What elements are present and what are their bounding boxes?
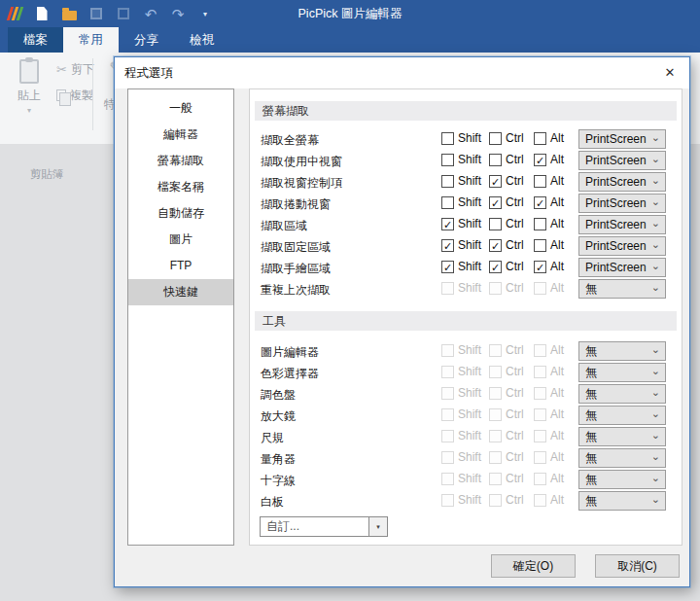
tab-file[interactable]: 檔案 — [8, 27, 63, 53]
shift-checkbox[interactable]: Shift — [441, 195, 481, 209]
hotkey-key-select[interactable]: PrintScreen⌄ — [578, 129, 666, 149]
hotkey-sections: 螢幕擷取擷取全螢幕ShiftCtrlAltPrintScreen⌄擷取使用中視窗… — [250, 101, 682, 512]
checkbox-box-icon[interactable] — [441, 175, 454, 188]
cancel-button[interactable]: 取消(C) — [595, 554, 680, 578]
undo-icon[interactable]: ↶ — [142, 5, 159, 22]
custom-combo-input[interactable]: 自訂... — [260, 516, 369, 537]
checkbox-box-icon[interactable] — [534, 239, 546, 252]
ctrl-checkbox: Ctrl — [489, 493, 524, 507]
ctrl-checkbox[interactable]: Ctrl — [489, 153, 524, 166]
alt-checkbox[interactable]: ✓Alt — [534, 260, 564, 273]
checkbox-box-icon[interactable]: ✓ — [534, 154, 546, 166]
hotkey-label: 擷取視窗控制項 — [261, 175, 342, 192]
hotkey-key-select[interactable]: 無⌄ — [578, 470, 666, 489]
close-icon[interactable]: ✕ — [656, 60, 683, 84]
hotkey-key-select[interactable]: 無⌄ — [578, 406, 666, 425]
shift-checkbox[interactable]: ✓Shift — [441, 238, 481, 252]
sidebar-item-3[interactable]: 螢幕擷取 — [128, 148, 233, 174]
checkbox-box-icon[interactable] — [534, 175, 546, 188]
hotkey-label: 白板 — [261, 494, 284, 511]
ctrl-checkbox[interactable]: Ctrl — [489, 217, 524, 230]
new-document-icon[interactable] — [33, 5, 51, 22]
alt-checkbox[interactable]: Alt — [534, 217, 564, 230]
hotkey-key-select[interactable]: PrintScreen⌄ — [578, 151, 666, 170]
checkbox-box-icon[interactable] — [489, 218, 502, 230]
checkbox-box-icon[interactable]: ✓ — [489, 196, 502, 209]
sidebar-item-8[interactable]: 快速鍵 — [128, 279, 233, 305]
checkbox-box-icon — [441, 430, 454, 442]
sidebar-item-4[interactable]: 檔案名稱 — [128, 174, 233, 200]
hotkey-key-select[interactable]: 無⌄ — [578, 427, 666, 446]
hotkey-key-select[interactable]: PrintScreen⌄ — [578, 194, 666, 213]
shift-checkbox-label: Shift — [458, 450, 481, 464]
open-folder-icon[interactable] — [60, 5, 78, 22]
sidebar-item-7[interactable]: FTP — [128, 253, 233, 279]
checkbox-box-icon[interactable]: ✓ — [441, 218, 454, 230]
checkbox-box-icon[interactable] — [489, 132, 502, 145]
section-header: 工具 — [255, 311, 677, 331]
sidebar-item-1[interactable]: 一般 — [128, 95, 233, 122]
alt-checkbox-label: Alt — [550, 238, 564, 252]
hotkey-key-select[interactable]: 無⌄ — [578, 363, 666, 382]
ctrl-checkbox[interactable]: Ctrl — [489, 131, 524, 145]
shift-checkbox[interactable]: Shift — [441, 174, 481, 188]
hotkey-key-select[interactable]: PrintScreen⌄ — [578, 215, 666, 234]
hotkey-key-select[interactable]: 無⌄ — [578, 341, 666, 361]
hotkey-key-select[interactable]: 無⌄ — [578, 384, 666, 404]
ctrl-checkbox[interactable]: ✓Ctrl — [489, 174, 524, 188]
hotkey-key-select[interactable]: PrintScreen⌄ — [578, 172, 666, 192]
alt-checkbox[interactable]: ✓Alt — [534, 195, 564, 209]
ctrl-checkbox[interactable]: ✓Ctrl — [489, 238, 524, 252]
checkbox-box-icon[interactable] — [489, 154, 502, 166]
checkbox-box-icon[interactable]: ✓ — [534, 196, 546, 209]
shift-checkbox[interactable]: Shift — [441, 153, 481, 166]
chevron-down-icon: ⌄ — [651, 131, 665, 144]
checkbox-box-icon[interactable]: ✓ — [441, 261, 454, 273]
checkbox-box-icon[interactable]: ✓ — [489, 261, 502, 273]
checkbox-box-icon[interactable]: ✓ — [534, 261, 546, 273]
checkbox-box-icon[interactable] — [534, 132, 546, 145]
ctrl-checkbox[interactable]: ✓Ctrl — [489, 195, 524, 209]
hotkey-row: 十字線ShiftCtrlAlt無⌄ — [250, 469, 682, 490]
shift-checkbox[interactable]: Shift — [441, 131, 481, 145]
picpick-logo-icon[interactable] — [6, 5, 23, 22]
chevron-down-icon: ⌄ — [651, 450, 665, 463]
checkbox-box-icon — [489, 473, 502, 485]
shift-checkbox[interactable]: ✓Shift — [441, 217, 481, 230]
tab-share[interactable]: 分享 — [119, 27, 174, 53]
custom-combo-dropdown-button[interactable]: ▾ — [369, 516, 388, 537]
checkbox-box-icon[interactable]: ✓ — [441, 239, 454, 252]
ctrl-checkbox[interactable]: ✓Ctrl — [489, 260, 524, 273]
checkbox-box-icon[interactable] — [441, 196, 454, 209]
checkbox-box-icon[interactable] — [441, 154, 454, 166]
ctrl-checkbox-label: Ctrl — [506, 131, 524, 145]
custom-hotkey-combo[interactable]: 自訂... ▾ — [260, 516, 682, 537]
checkbox-box-icon[interactable] — [441, 132, 454, 145]
qat-customize-caret-icon[interactable]: ▾ — [196, 5, 214, 22]
sidebar-item-2[interactable]: 編輯器 — [128, 122, 233, 148]
dialog-titlebar[interactable]: 程式選項 ✕ — [115, 57, 689, 88]
hotkey-key-select[interactable]: PrintScreen⌄ — [578, 258, 666, 277]
tab-home[interactable]: 常用 — [63, 27, 119, 53]
hotkey-row: 尺規ShiftCtrlAlt無⌄ — [250, 426, 682, 447]
checkbox-box-icon[interactable] — [534, 218, 546, 230]
sidebar-item-5[interactable]: 自動儲存 — [128, 200, 233, 227]
hotkey-key-select[interactable]: 無⌄ — [578, 279, 666, 299]
sidebar-item-6[interactable]: 圖片 — [128, 227, 233, 253]
checkbox-box-icon[interactable]: ✓ — [489, 239, 502, 252]
alt-checkbox[interactable]: ✓Alt — [534, 153, 564, 166]
checkbox-box-icon — [534, 494, 546, 507]
tab-view[interactable]: 檢視 — [174, 27, 229, 53]
redo-icon[interactable]: ↷ — [169, 5, 187, 22]
alt-checkbox[interactable]: Alt — [534, 131, 564, 145]
hotkey-row: 白板ShiftCtrlAlt無⌄ — [250, 490, 682, 512]
save-as-icon — [115, 5, 132, 22]
hotkey-key-select[interactable]: 無⌄ — [578, 448, 666, 468]
hotkey-key-select[interactable]: PrintScreen⌄ — [578, 236, 666, 256]
alt-checkbox[interactable]: Alt — [534, 174, 564, 188]
alt-checkbox[interactable]: Alt — [534, 238, 564, 252]
checkbox-box-icon[interactable]: ✓ — [489, 175, 502, 188]
hotkey-key-select[interactable]: 無⌄ — [578, 491, 666, 511]
shift-checkbox[interactable]: ✓Shift — [441, 260, 481, 273]
ok-button[interactable]: 確定(O) — [491, 554, 576, 578]
